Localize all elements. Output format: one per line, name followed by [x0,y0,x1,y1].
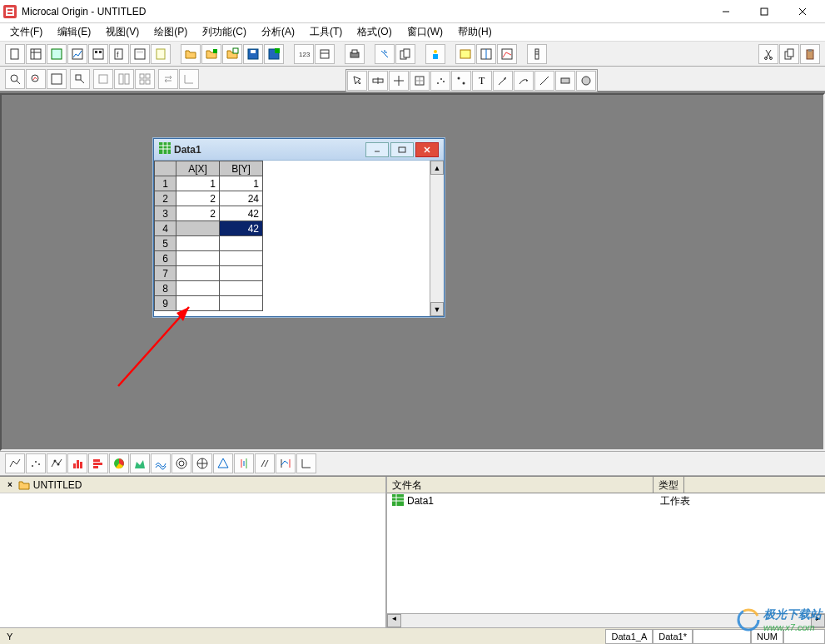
cell-b[interactable] [220,266,263,281]
line-plot-button[interactable] [5,453,25,473]
refresh-button[interactable] [375,44,395,64]
project-explorer-button[interactable] [455,44,475,64]
row-header[interactable]: 2 [155,191,176,206]
cell-a[interactable] [176,296,220,311]
bar-plot-button[interactable] [88,453,108,473]
text-tool[interactable]: T [472,71,492,91]
ternary-plot-button[interactable] [213,453,233,473]
pointer-tool[interactable] [347,71,367,91]
open-excel-button[interactable] [222,44,242,64]
file-list-body[interactable]: Data1 工作表 [387,493,825,613]
menu-view[interactable]: 视图(V) [99,23,146,41]
scroll-up-button[interactable]: ▲ [430,161,444,175]
cell-b[interactable] [220,281,263,296]
menu-file[interactable]: 文件(F) [3,23,49,41]
zoom-in-button[interactable] [5,69,25,89]
cell-a[interactable]: 1 [176,176,220,191]
vector-plot-button[interactable] [255,453,275,473]
zoom-data-button[interactable] [26,69,46,89]
col-header-filename[interactable]: 文件名 [387,477,654,493]
cell-b[interactable]: 1 [220,176,263,191]
new-excel-button[interactable] [47,44,67,64]
panel-pin-handle[interactable]: × [7,480,15,489]
cell-b[interactable] [220,236,263,251]
line-tool[interactable] [534,71,554,91]
new-graph-button[interactable] [67,44,87,64]
cell-a[interactable] [176,221,220,236]
cell-b[interactable] [220,251,263,266]
table-row[interactable]: 5 [155,236,263,251]
cell-b[interactable]: 24 [220,191,263,206]
double-y-button[interactable] [276,453,296,473]
pie-plot-button[interactable] [109,453,129,473]
cut-button[interactable] [758,44,778,64]
cell-b[interactable]: 42 [220,221,263,236]
results-log-button[interactable] [425,44,445,64]
high-low-button[interactable] [234,453,254,473]
layer-1-button[interactable] [93,69,113,89]
target-plot-button[interactable] [192,453,212,473]
area-plot-button[interactable] [130,453,150,473]
cell-b[interactable]: 42 [220,206,263,221]
close-button[interactable] [783,1,822,22]
row-header[interactable]: 3 [155,206,176,221]
row-header[interactable]: 7 [155,266,176,281]
data-table[interactable]: A[X] B[Y] 1112224324244256789 [154,161,263,311]
menu-tools[interactable]: 工具(T) [303,23,349,41]
save-template-button[interactable] [264,44,284,64]
data-selector-tool[interactable] [410,71,430,91]
data-reader-tool[interactable] [389,71,409,91]
col-header-a[interactable]: A[X] [176,161,220,176]
menu-edit[interactable]: 编辑(E) [51,23,97,41]
data-maximize-button[interactable] [390,142,414,157]
cell-a[interactable] [176,251,220,266]
data-close-button[interactable] [415,142,439,157]
new-layout-button[interactable] [130,44,150,64]
arrow-tool[interactable] [493,71,513,91]
mask-tool[interactable] [451,71,471,91]
menu-plot[interactable]: 绘图(P) [147,23,194,41]
new-function-button[interactable]: f [109,44,129,64]
menu-format[interactable]: 格式(O) [350,23,398,41]
menu-window[interactable]: 窗口(W) [400,23,450,41]
open-button[interactable] [181,44,201,64]
file-list-row[interactable]: Data1 工作表 [387,493,825,508]
project-root-label[interactable]: UNTITLED [33,479,82,491]
draw-data-tool[interactable] [430,71,450,91]
surface-plot-button[interactable] [151,453,171,473]
menu-help[interactable]: 帮助(H) [451,23,499,41]
cell-a[interactable]: 2 [176,206,220,221]
scatter-plot-button[interactable] [26,453,46,473]
cell-a[interactable] [176,281,220,296]
extract-layer-button[interactable] [70,69,90,89]
layer-2-button[interactable] [114,69,134,89]
copy-button[interactable] [779,44,799,64]
import-ascii-button[interactable]: 123 [294,44,314,64]
table-row[interactable]: 442 [155,221,263,236]
slideshow-button[interactable] [527,44,547,64]
table-corner[interactable] [155,161,176,176]
new-notes-button[interactable] [151,44,171,64]
row-header[interactable]: 8 [155,281,176,296]
data-window[interactable]: Data1 A[X] B[Y] 1112224324244256789 [153,138,445,317]
table-row[interactable]: 111 [155,176,263,191]
table-row[interactable]: 3242 [155,206,263,221]
minimize-button[interactable] [707,1,745,22]
scroll-track[interactable] [430,175,444,302]
table-row[interactable]: 7 [155,266,263,281]
new-project-button[interactable] [5,44,25,64]
axis-edit-button[interactable] [179,69,199,89]
circle-tool[interactable] [576,71,596,91]
row-header[interactable]: 9 [155,296,176,311]
row-header[interactable]: 5 [155,236,176,251]
open-template-button[interactable] [201,44,221,64]
table-row[interactable]: 2224 [155,191,263,206]
rescale-button[interactable] [497,44,517,64]
table-row[interactable]: 6 [155,251,263,266]
cell-a[interactable] [176,236,220,251]
new-worksheet-button[interactable] [26,44,46,64]
data-window-titlebar[interactable]: Data1 [154,139,444,161]
col-header-type[interactable]: 类型 [654,477,684,493]
data-minimize-button[interactable] [365,142,389,157]
cell-b[interactable] [220,296,263,311]
